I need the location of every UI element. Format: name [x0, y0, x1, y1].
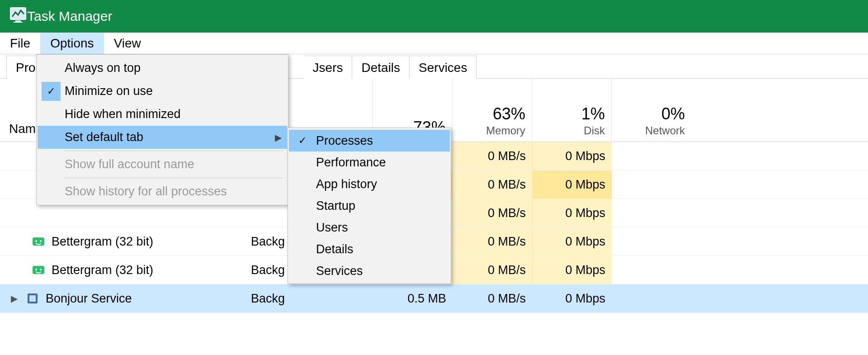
table-row[interactable]: ▶ Bonjour Service Backg 0.5 MB 0 MB/s 0 …	[0, 284, 868, 313]
svg-point-7	[35, 269, 37, 270]
process-icon	[32, 263, 45, 277]
menu-bar: File Options View	[0, 33, 868, 54]
menu-item-label: Set default tab	[65, 130, 269, 144]
memory-percent: 63%	[493, 104, 525, 123]
submenu-item-label: Services	[316, 264, 363, 278]
network-percent: 0%	[661, 104, 685, 123]
cell-network: 0 Mbps	[532, 142, 612, 170]
column-memory[interactable]: 63% Memory	[453, 79, 532, 142]
tab-details[interactable]: Details	[352, 56, 410, 79]
svg-rect-2	[14, 22, 23, 23]
submenu-item-label: App history	[316, 177, 377, 191]
cell-name: Bettergram (32 bit)	[0, 256, 251, 284]
cell-network: 0 Mbps	[532, 170, 612, 199]
default-tab-submenu: ✓ Processes Performance App history Star…	[288, 128, 451, 284]
options-menu: Always on top ✓ Minimize on use Hide whe…	[36, 54, 288, 205]
menu-separator	[65, 151, 283, 151]
menu-set-default-tab[interactable]: Set default tab ▶	[38, 126, 287, 149]
cell-name: Bettergram (32 bit)	[0, 227, 251, 256]
submenu-users[interactable]: Users	[289, 217, 450, 238]
menu-item-label: Show history for all processes	[65, 185, 287, 199]
menu-view[interactable]: View	[104, 33, 151, 54]
app-icon	[9, 6, 27, 27]
column-name-label: Nam	[9, 122, 36, 136]
submenu-app-history[interactable]: App history	[289, 173, 450, 195]
chevron-right-icon: ▶	[11, 293, 18, 304]
menu-item-label: Show full account name	[65, 157, 287, 171]
submenu-services[interactable]: Services	[289, 260, 450, 282]
cell-network: 0 Mbps	[532, 199, 612, 227]
process-icon	[32, 235, 45, 248]
cell-status: Backg	[251, 284, 373, 312]
menu-item-label: Always on top	[65, 61, 287, 75]
svg-point-4	[35, 240, 37, 242]
cell-disk: 0 MB/s	[453, 170, 532, 199]
submenu-startup[interactable]: Startup	[289, 195, 450, 217]
cell-name: ▶ Bonjour Service	[0, 284, 251, 312]
tab-services[interactable]: Services	[409, 56, 476, 79]
submenu-item-label: Performance	[316, 156, 386, 170]
cell-network: 0 Mbps	[532, 227, 612, 256]
menu-options[interactable]: Options	[40, 33, 104, 54]
check-icon: ✓	[289, 135, 316, 147]
svg-point-5	[40, 240, 42, 242]
submenu-item-label: Details	[316, 242, 354, 256]
submenu-performance[interactable]: Performance	[289, 151, 450, 173]
menu-always-on-top[interactable]: Always on top	[38, 57, 287, 80]
disk-percent: 1%	[581, 104, 605, 123]
menu-item-label: Minimize on use	[65, 84, 287, 98]
title-bar: Task Manager	[0, 0, 868, 33]
submenu-item-label: Startup	[316, 199, 355, 213]
svg-rect-10	[29, 295, 36, 302]
cell-disk: 0 MB/s	[453, 227, 532, 256]
menu-item-label: Hide when minimized	[65, 107, 287, 121]
svg-point-8	[40, 269, 42, 270]
cell-disk: 0 MB/s	[453, 284, 532, 312]
submenu-item-label: Users	[316, 221, 348, 235]
menu-show-full-account-name: Show full account name	[38, 153, 287, 176]
column-disk[interactable]: 1% Disk	[532, 79, 612, 142]
submenu-processes[interactable]: ✓ Processes	[289, 130, 450, 151]
cell-network: 0 Mbps	[532, 256, 612, 284]
check-icon: ✓	[42, 82, 61, 101]
cell-disk: 0 MB/s	[453, 256, 532, 284]
svg-rect-1	[15, 20, 21, 22]
cell-memory: 0.5 MB	[373, 284, 453, 312]
process-name: Bettergram (32 bit)	[52, 235, 153, 249]
menu-hide-when-minimized[interactable]: Hide when minimized	[38, 103, 287, 126]
memory-label: Memory	[486, 124, 525, 137]
menu-show-history-all: Show history for all processes	[38, 180, 287, 203]
tab-users[interactable]: Jsers	[304, 56, 353, 79]
menu-separator	[65, 178, 283, 178]
menu-minimize-on-use[interactable]: ✓ Minimize on use	[38, 80, 287, 103]
cell-disk: 0 MB/s	[453, 199, 532, 227]
submenu-item-label: Processes	[316, 134, 373, 148]
column-network[interactable]: 0% Network	[612, 79, 691, 142]
cell-network: 0 Mbps	[532, 284, 612, 312]
window-title: Task Manager	[27, 9, 112, 24]
menu-file[interactable]: File	[0, 33, 40, 54]
chevron-right-icon: ▶	[269, 132, 287, 143]
cell-disk: 0 MB/s	[453, 142, 532, 170]
network-label: Network	[645, 124, 685, 137]
process-name: Bettergram (32 bit)	[52, 263, 153, 277]
disk-label: Disk	[584, 124, 605, 137]
process-icon	[26, 292, 39, 305]
process-name: Bonjour Service	[46, 292, 132, 306]
submenu-details[interactable]: Details	[289, 238, 450, 260]
